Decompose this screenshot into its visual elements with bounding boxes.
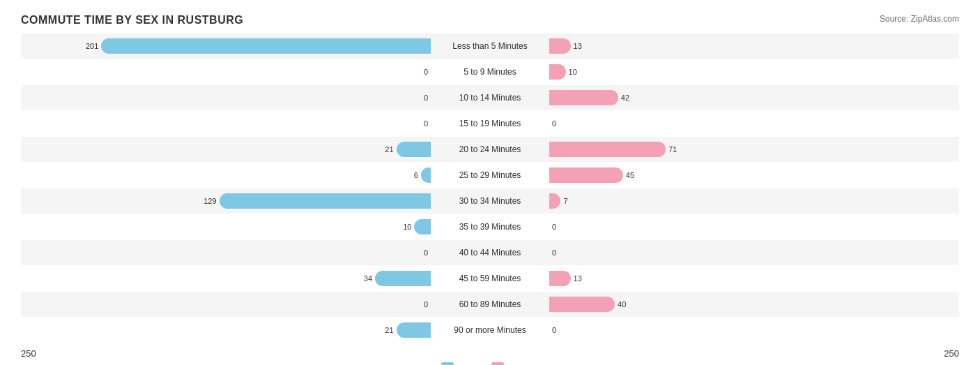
legend-male: Male <box>441 362 477 365</box>
female-value: 13 <box>574 274 591 283</box>
table-row: 129730 to 34 Minutes <box>21 188 959 214</box>
female-section: 42 <box>490 90 959 105</box>
female-bar <box>549 142 666 157</box>
female-value: 0 <box>552 326 569 334</box>
table-row: 217120 to 24 Minutes <box>21 137 959 162</box>
male-section: 0 <box>21 300 490 308</box>
male-section: 129 <box>21 193 490 209</box>
female-bar <box>549 193 560 209</box>
male-value: 6 <box>401 171 418 179</box>
female-section: 13 <box>490 38 959 54</box>
table-row: 21090 or more Minutes <box>21 318 959 343</box>
female-section: 0 <box>490 223 959 231</box>
male-bar <box>414 219 431 234</box>
female-section: 0 <box>490 326 959 334</box>
female-value: 45 <box>626 171 643 179</box>
female-bar <box>549 38 571 54</box>
legend: Male Female <box>21 362 959 365</box>
axis-left-value: 250 <box>21 348 36 359</box>
male-value: 21 <box>376 326 394 334</box>
male-value: 201 <box>81 42 98 50</box>
female-section: 7 <box>490 193 959 209</box>
female-section: 40 <box>490 297 959 312</box>
axis-right-value: 250 <box>944 348 959 359</box>
female-value: 10 <box>569 68 586 76</box>
male-section: 0 <box>21 248 490 257</box>
male-section: 201 <box>21 38 490 54</box>
table-row: 0015 to 19 Minutes <box>21 111 959 136</box>
female-value: 42 <box>621 94 638 102</box>
male-section: 34 <box>21 271 490 286</box>
male-bar <box>397 322 431 338</box>
female-bar <box>549 64 566 80</box>
male-value: 129 <box>199 197 217 205</box>
table-row: 341345 to 59 Minutes <box>21 266 959 291</box>
female-value: 7 <box>563 197 581 205</box>
male-value: 34 <box>355 274 372 283</box>
male-value: 10 <box>394 223 411 231</box>
female-section: 0 <box>490 119 959 128</box>
table-row: 04060 to 89 Minutes <box>21 292 959 317</box>
male-value: 0 <box>411 119 428 128</box>
chart-area: 20113Less than 5 Minutes0105 to 9 Minute… <box>21 33 959 343</box>
female-section: 0 <box>490 248 959 257</box>
table-row: 0040 to 44 Minutes <box>21 240 959 265</box>
female-legend-box <box>491 362 504 365</box>
male-section: 0 <box>21 119 490 128</box>
male-bar <box>101 38 431 54</box>
table-row: 10035 to 39 Minutes <box>21 214 959 239</box>
female-bar <box>549 90 618 105</box>
male-value: 0 <box>411 68 428 76</box>
female-bar <box>549 167 623 183</box>
chart-container: COMMUTE TIME BY SEX IN RUSTBURG Source: … <box>0 0 980 365</box>
male-legend-box <box>441 362 454 365</box>
male-value: 0 <box>411 94 428 102</box>
male-section: 21 <box>21 322 490 338</box>
table-row: 04210 to 14 Minutes <box>21 85 959 110</box>
female-value: 13 <box>574 42 591 50</box>
female-value: 0 <box>552 223 569 231</box>
source-text: Source: ZipAtlas.com <box>880 14 959 24</box>
table-row: 0105 to 9 Minutes <box>21 59 959 84</box>
female-bar <box>549 271 571 286</box>
male-value: 0 <box>411 300 428 308</box>
female-section: 45 <box>490 167 959 183</box>
male-section: 0 <box>21 94 490 102</box>
female-section: 13 <box>490 271 959 286</box>
female-section: 71 <box>490 142 959 157</box>
male-value: 21 <box>376 145 394 154</box>
female-value: 0 <box>552 119 569 128</box>
male-bar <box>421 167 431 183</box>
female-value: 40 <box>618 300 635 308</box>
female-value: 71 <box>668 145 686 154</box>
chart-title: COMMUTE TIME BY SEX IN RUSTBURG <box>21 14 959 27</box>
male-value: 0 <box>411 248 428 257</box>
male-bar <box>397 142 431 157</box>
male-section: 0 <box>21 68 490 76</box>
male-bar <box>220 193 431 209</box>
table-row: 20113Less than 5 Minutes <box>21 33 959 59</box>
male-bar <box>375 271 431 286</box>
male-section: 6 <box>21 167 490 183</box>
table-row: 64525 to 29 Minutes <box>21 163 959 188</box>
axis-bottom: 250 250 <box>21 348 959 359</box>
female-value: 0 <box>552 248 569 257</box>
male-section: 21 <box>21 142 490 157</box>
female-section: 10 <box>490 64 959 80</box>
male-section: 10 <box>21 219 490 234</box>
legend-female: Female <box>491 362 538 365</box>
female-bar <box>549 297 615 312</box>
